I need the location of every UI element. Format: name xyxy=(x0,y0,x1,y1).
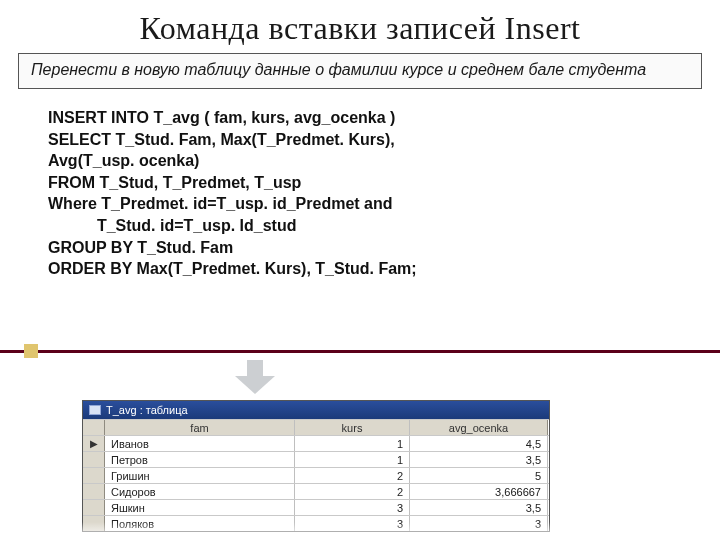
cell-fam[interactable]: Яшкин xyxy=(105,500,295,515)
task-description: Перенести в новую таблицу данные о фамил… xyxy=(18,53,702,89)
cell-fam[interactable]: Поляков xyxy=(105,516,295,531)
decor-square xyxy=(24,344,38,358)
column-header-kurs[interactable]: kurs xyxy=(295,420,410,435)
cell-avg[interactable]: 4,5 xyxy=(410,436,548,451)
table-row[interactable]: Сидоров 2 3,666667 xyxy=(83,483,549,499)
column-header-avg[interactable]: avg_ocenka xyxy=(410,420,548,435)
cell-fam[interactable]: Гришин xyxy=(105,468,295,483)
row-selector-current[interactable]: ▶ xyxy=(83,436,105,451)
cell-avg[interactable]: 3,5 xyxy=(410,452,548,467)
cell-avg[interactable]: 3 xyxy=(410,516,548,531)
cell-kurs[interactable]: 3 xyxy=(295,516,410,531)
row-selector-header xyxy=(83,420,105,435)
cell-avg[interactable]: 3,5 xyxy=(410,500,548,515)
row-selector[interactable] xyxy=(83,452,105,467)
cell-fam[interactable]: Петров xyxy=(105,452,295,467)
column-header-fam[interactable]: fam xyxy=(105,420,295,435)
table-row[interactable]: ▶ Иванов 1 4,5 xyxy=(83,435,549,451)
page-title: Команда вставки записей Insert xyxy=(0,10,720,47)
table-row[interactable]: Яшкин 3 3,5 xyxy=(83,499,549,515)
down-arrow-icon xyxy=(235,360,275,395)
row-selector[interactable] xyxy=(83,484,105,499)
row-selector[interactable] xyxy=(83,500,105,515)
row-selector[interactable] xyxy=(83,516,105,531)
cell-kurs[interactable]: 1 xyxy=(295,436,410,451)
table-row[interactable]: Гришин 2 5 xyxy=(83,467,549,483)
table-header-row: fam kurs avg_ocenka xyxy=(83,419,549,435)
cell-kurs[interactable]: 2 xyxy=(295,468,410,483)
cell-fam[interactable]: Сидоров xyxy=(105,484,295,499)
datasheet-icon xyxy=(89,405,101,415)
table-row[interactable]: Петров 1 3,5 xyxy=(83,451,549,467)
result-table: fam kurs avg_ocenka ▶ Иванов 1 4,5 Петро… xyxy=(83,419,549,531)
result-table-title: T_avg : таблица xyxy=(106,404,188,416)
result-table-titlebar: T_avg : таблица xyxy=(83,401,549,419)
cell-kurs[interactable]: 2 xyxy=(295,484,410,499)
sql-code: INSERT INTO T_avg ( fam, kurs, avg_ocenk… xyxy=(48,107,720,280)
row-selector[interactable] xyxy=(83,468,105,483)
cell-fam[interactable]: Иванов xyxy=(105,436,295,451)
table-row[interactable]: Поляков 3 3 xyxy=(83,515,549,531)
decor-divider xyxy=(0,350,720,353)
result-table-window: T_avg : таблица fam kurs avg_ocenka ▶ Ив… xyxy=(82,400,550,532)
cell-kurs[interactable]: 3 xyxy=(295,500,410,515)
cell-avg[interactable]: 3,666667 xyxy=(410,484,548,499)
cell-avg[interactable]: 5 xyxy=(410,468,548,483)
cell-kurs[interactable]: 1 xyxy=(295,452,410,467)
